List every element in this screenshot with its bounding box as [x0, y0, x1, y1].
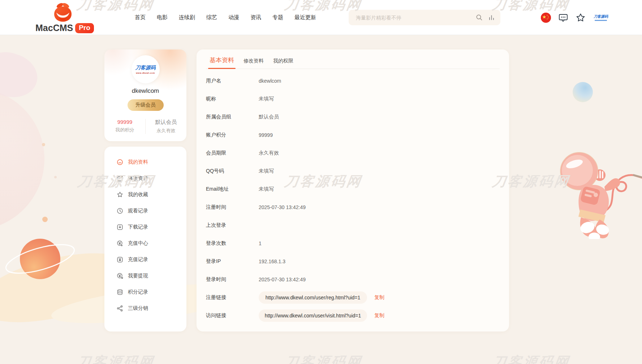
logo-pro-badge: Pro: [75, 23, 94, 33]
nav-item[interactable]: 最近更新: [294, 14, 316, 21]
sidebar-item-recharge-history[interactable]: 充值记录: [117, 251, 186, 268]
saturn-planet-illustration: [3, 225, 88, 291]
field-row: 昵称 未填写: [206, 90, 500, 108]
smiley-icon: [117, 159, 123, 165]
yen-plus-circle-icon: [117, 240, 123, 247]
field-label: 账户积分: [206, 132, 259, 138]
visit-link-input[interactable]: [259, 309, 367, 322]
decor-dot: [42, 143, 45, 146]
field-label: QQ号码: [206, 168, 259, 174]
nav-item[interactable]: 动漫: [228, 14, 239, 21]
field-row: 上次登录: [206, 216, 500, 234]
register-link-input[interactable]: [259, 291, 367, 304]
share-nodes-icon: [117, 305, 123, 312]
field-label: 登录时间: [206, 276, 259, 283]
sidebar-item-my-profile[interactable]: 我的资料: [117, 154, 186, 170]
sidebar-item-points-history[interactable]: 积分记录: [117, 284, 186, 300]
database-icon: [117, 289, 123, 295]
clock-icon: [117, 208, 123, 214]
sidebar-item-label: 下载记录: [128, 224, 148, 230]
field-label: 会员期限: [206, 150, 259, 156]
avatar-logo-text: 刀客源码: [135, 65, 156, 71]
header-actions: 刀客源码: [541, 0, 609, 35]
nav-item[interactable]: 资讯: [250, 14, 261, 21]
china-flag-icon[interactable]: [541, 13, 551, 23]
field-value: 默认会员: [259, 114, 279, 120]
field-label: 昵称: [206, 96, 259, 102]
sidebar-item-label: 我的收藏: [128, 191, 148, 198]
tab[interactable]: 我的权限: [273, 58, 293, 69]
avatar-logo-url: www.dkewl.com: [136, 72, 155, 74]
tab[interactable]: 基本资料: [210, 56, 234, 69]
field-row: 所属会员组 默认会员: [206, 108, 500, 126]
decor-dot: [54, 176, 57, 178]
sidebar-item-edit-profile[interactable]: 修改资料: [117, 170, 186, 186]
profile-card: 刀客源码 www.dkewl.com dkewlcom 升级会员 99999 我…: [104, 49, 186, 141]
sidebar-item-download-history[interactable]: 下载记录: [117, 219, 186, 235]
sidebar-item-label: 三级分销: [128, 305, 148, 312]
field-value: 永久有效: [259, 150, 279, 156]
header: MacCMS Pro 首页电影连续剧综艺动漫资讯专题最近更新: [0, 0, 642, 35]
site-logo[interactable]: MacCMS Pro: [35, 2, 90, 34]
nav-item[interactable]: 专题: [272, 14, 283, 21]
sidebar-item-label: 观看记录: [128, 208, 148, 214]
ranking-bars-icon[interactable]: [488, 14, 495, 21]
points-value: 99999: [104, 119, 145, 125]
star-icon[interactable]: [576, 13, 586, 23]
username: dkewlcom: [104, 87, 186, 95]
logo-title: MacCMS: [35, 23, 73, 33]
sidebar-menu: 我的资料 修改资料 我的收藏 观看记录: [104, 147, 186, 332]
dkewl-logo-bar: [595, 20, 607, 21]
decor-dot: [42, 217, 48, 222]
nav-item[interactable]: 连续剧: [179, 14, 195, 21]
watermark: 刀客源码网: [491, 353, 571, 364]
field-label: Email地址: [206, 186, 259, 192]
sidebar-item-watch-history[interactable]: 观看记录: [117, 203, 186, 219]
sidebar-item-label: 充值记录: [128, 256, 148, 263]
tab[interactable]: 修改资料: [244, 58, 264, 69]
dkewl-logo-text: 刀客源码: [594, 14, 608, 19]
search-input[interactable]: [356, 15, 476, 21]
field-row: 用户名 dkewlcom: [206, 72, 500, 90]
upgrade-member-button[interactable]: 升级会员: [128, 99, 164, 111]
copy-register-link-button[interactable]: 复制: [374, 294, 384, 301]
field-row: 登录IP 192.168.1.3: [206, 252, 500, 270]
field-label: 所属会员组: [206, 114, 259, 120]
main-panel: 基本资料修改资料我的权限 用户名 dkewlcom 昵称 未填写 所属会员组 默…: [197, 49, 509, 332]
sidebar-item-label: 充值中心: [128, 240, 148, 247]
field-label: 登录IP: [206, 258, 259, 265]
field-row: 注册时间 2025-07-30 13:42:49: [206, 198, 500, 216]
main-nav: 首页电影连续剧综艺动漫资讯专题最近更新: [135, 0, 316, 35]
field-row: 账户积分 99999: [206, 126, 500, 144]
profile-tabs: 基本资料修改资料我的权限: [206, 49, 500, 69]
search-bar[interactable]: [349, 10, 500, 25]
copy-visit-link-button[interactable]: 复制: [374, 312, 384, 319]
field-label: 访问链接: [206, 312, 259, 319]
sidebar-item-distribution[interactable]: 三级分销: [117, 300, 186, 316]
field-label: 上次登录: [206, 222, 259, 229]
message-icon[interactable]: [558, 13, 568, 23]
apple-logo-icon: [51, 3, 74, 22]
sidebar-item-label: 我要提现: [128, 273, 148, 279]
nav-item[interactable]: 综艺: [206, 14, 217, 21]
sidebar-item-recharge-center[interactable]: 充值中心: [117, 235, 186, 251]
field-value: 2025-07-30 13:42:49: [259, 204, 306, 210]
sidebar-item-favorites[interactable]: 我的收藏: [117, 186, 186, 203]
member-group-stat: 默认会员 永久有效: [145, 119, 186, 134]
nav-item[interactable]: 首页: [135, 14, 146, 21]
profile-fields: 用户名 dkewlcom 昵称 未填写 所属会员组 默认会员 账户积分 9999…: [206, 69, 500, 289]
field-value: dkewlcom: [259, 78, 281, 84]
field-label: 用户名: [206, 78, 259, 84]
field-value: 未填写: [259, 96, 274, 102]
field-row: QQ号码 未填写: [206, 162, 500, 180]
field-value: 192.168.1.3: [259, 259, 285, 264]
edit-icon: [117, 175, 123, 182]
dkewl-logo[interactable]: 刀客源码: [593, 14, 609, 21]
star-icon: [117, 191, 123, 198]
sidebar-item-withdraw[interactable]: 我要提现: [117, 268, 186, 284]
download-icon: [117, 224, 123, 230]
sidebar-item-label: 积分记录: [128, 289, 148, 295]
search-icon[interactable]: [476, 14, 483, 21]
nav-item[interactable]: 电影: [157, 14, 168, 21]
points-label: 我的积分: [104, 127, 145, 133]
